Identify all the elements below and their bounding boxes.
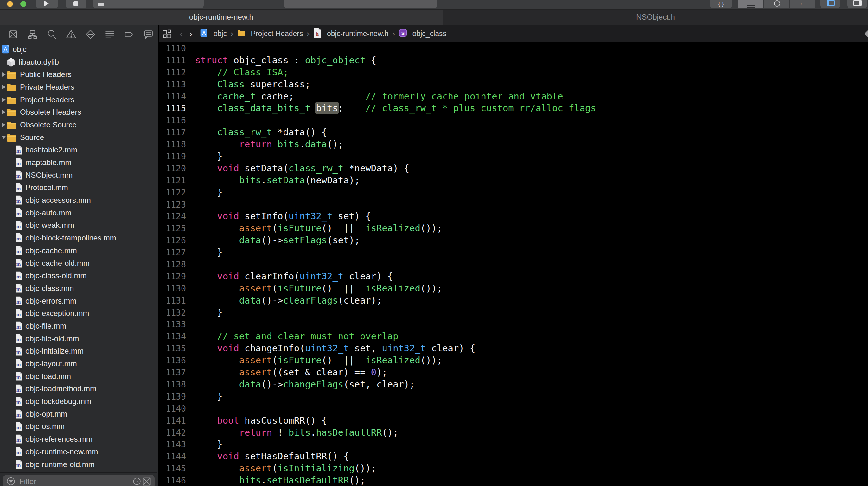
symbol-navigator-icon[interactable]: [27, 29, 38, 40]
minimize-window-button[interactable]: [7, 1, 13, 7]
disclosure-triangle[interactable]: [1, 85, 6, 89]
breadcrumb-item[interactable]: hobjc-runtime-new.h: [313, 28, 389, 40]
disclosure-triangle[interactable]: [1, 123, 6, 127]
sidebar-item[interactable]: mobjc-opt.mm: [0, 408, 158, 420]
editor-mode-version-button[interactable]: ←: [790, 0, 815, 8]
breadcrumb-item[interactable]: Sobjc_class: [399, 29, 446, 39]
debug-navigator-icon[interactable]: [104, 29, 115, 40]
disclosure-triangle[interactable]: [1, 72, 6, 77]
back-button[interactable]: ‹: [179, 29, 183, 40]
run-button[interactable]: [36, 0, 58, 8]
sidebar-item[interactable]: mobjc-accessors.mm: [0, 194, 158, 207]
sidebar-item[interactable]: mobjc-block-trampolines.mm: [0, 232, 158, 244]
breakpoint-navigator-icon[interactable]: [124, 29, 135, 40]
sidebar-item[interactable]: mobjc-os.mm: [0, 420, 158, 433]
tab-objc-runtime-new-h[interactable]: objc-runtime-new.h: [0, 9, 443, 25]
navigator-panel-toggle[interactable]: [820, 0, 840, 8]
clock-icon[interactable]: [132, 477, 142, 486]
code-line: 1126 data()->setFlags(set);: [159, 235, 868, 246]
mm-file-icon: m: [15, 283, 23, 293]
sidebar-item[interactable]: mobjc-loadmethod.mm: [0, 383, 158, 395]
code-line: 1111struct objc_class : objc_object {: [159, 55, 868, 66]
code-editor[interactable]: 11101111struct objc_class : objc_object …: [159, 42, 868, 486]
sidebar-item[interactable]: mobjc-file-old.mm: [0, 332, 158, 345]
sidebar-item[interactable]: mobjc-class.mm: [0, 282, 158, 295]
related-items-icon[interactable]: [162, 29, 172, 39]
breadcrumb-item[interactable]: objc: [200, 29, 227, 39]
code-line-text: }: [186, 151, 223, 162]
boxed-x-icon[interactable]: [142, 477, 151, 486]
line-number: 1121: [159, 175, 186, 187]
sidebar-item[interactable]: Private Headers: [0, 81, 158, 93]
report-navigator-icon[interactable]: [143, 29, 154, 40]
sidebar-item[interactable]: mobjc-lockdebug.mm: [0, 395, 158, 408]
line-number: 1138: [159, 378, 186, 391]
sidebar-item[interactable]: mProtocol.mm: [0, 182, 158, 194]
zoom-window-button[interactable]: [20, 1, 26, 7]
project-navigator-icon[interactable]: [8, 29, 19, 40]
find-navigator-icon[interactable]: [46, 29, 57, 40]
sidebar-item[interactable]: mobjc-layout.mm: [0, 357, 158, 370]
sidebar-item[interactable]: Public Headers: [0, 68, 158, 81]
line-number: 1127: [159, 246, 186, 259]
sidebar-item[interactable]: mhashtable2.mm: [0, 144, 158, 156]
sidebar-item[interactable]: mNSObject.mm: [0, 169, 158, 182]
sidebar-item[interactable]: libauto.dylib: [0, 56, 158, 68]
sidebar-item[interactable]: mobjc-weak.mm: [0, 219, 158, 232]
sidebar-item[interactable]: mobjc-initialize.mm: [0, 345, 158, 358]
test-navigator-icon[interactable]: [85, 29, 96, 40]
code-review-button[interactable]: { }: [710, 0, 732, 8]
activity-status: [284, 0, 437, 8]
sidebar-item[interactable]: Source: [0, 131, 158, 144]
svg-text:m: m: [17, 148, 21, 154]
filter-input[interactable]: [19, 477, 132, 486]
breadcrumb-item[interactable]: Project Headers: [237, 29, 303, 38]
editor-mode-standard-button[interactable]: [738, 0, 764, 8]
code-line-text: data()->clearFlags(clear);: [186, 295, 382, 307]
sidebar-item[interactable]: objc: [0, 43, 158, 56]
sidebar-item[interactable]: mobjc-references.mm: [0, 433, 158, 446]
line-number: 1119: [159, 151, 186, 162]
code-line-text: struct objc_class : objc_object {: [186, 55, 376, 66]
code-line: 1124 void setInfo(uint32_t set) {: [159, 210, 868, 222]
left-panel-icon: [827, 0, 835, 6]
sidebar-item[interactable]: Obsolete Headers: [0, 106, 158, 119]
line-number: 1133: [159, 318, 186, 330]
disclosure-triangle[interactable]: [1, 110, 6, 114]
sidebar-item[interactable]: Project Headers: [0, 93, 158, 106]
svg-text:m: m: [17, 450, 21, 456]
navigator-sidebar: objclibauto.dylibPublic HeadersPrivate H…: [0, 25, 158, 486]
sidebar-item[interactable]: mobjc-exception.mm: [0, 307, 158, 320]
tab-nsobject-h[interactable]: NSObject.h: [443, 9, 868, 25]
sidebar-item[interactable]: mobjc-load.mm: [0, 370, 158, 383]
code-line-text: }: [186, 438, 223, 451]
editor-mode-assistant-button[interactable]: [764, 0, 789, 8]
sidebar-item[interactable]: mobjc-runtime-old.mm: [0, 458, 158, 471]
inspector-panel-toggle[interactable]: [847, 0, 867, 8]
code-line: 1130 assert(isFuture() || isRealized());: [159, 283, 868, 295]
sidebar-item-label: objc-cache-old.mm: [25, 259, 90, 268]
sidebar-item[interactable]: mobjc-file.mm: [0, 320, 158, 332]
sidebar-item[interactable]: mobjc-class-old.mm: [0, 269, 158, 282]
sidebar-item[interactable]: Obsolete Source: [0, 119, 158, 131]
stop-button[interactable]: [66, 0, 87, 8]
folder-icon: [6, 95, 17, 104]
sidebar-item-label: objc-os.mm: [25, 422, 65, 431]
sidebar-item[interactable]: mobjc-runtime-new.mm: [0, 446, 158, 458]
svg-text:m: m: [17, 299, 21, 305]
issue-navigator-icon[interactable]: [66, 29, 77, 40]
disclosure-triangle[interactable]: [1, 135, 6, 139]
scheme-selector[interactable]: [93, 0, 204, 8]
code-line: 1123: [159, 199, 868, 211]
sidebar-item[interactable]: mobjc-cache-old.mm: [0, 257, 158, 270]
disclosure-triangle[interactable]: [1, 98, 6, 102]
line-number: 1116: [159, 114, 186, 126]
sidebar-item[interactable]: mmaptable.mm: [0, 156, 158, 169]
sidebar-item[interactable]: mobjc-auto.mm: [0, 207, 158, 219]
filter-field[interactable]: [3, 475, 155, 486]
sidebar-item[interactable]: mobjc-cache.mm: [0, 244, 158, 257]
tab-title: NSObject.h: [636, 13, 675, 22]
project-file-list: objclibauto.dylibPublic HeadersPrivate H…: [0, 43, 158, 472]
forward-button[interactable]: ›: [189, 29, 193, 40]
sidebar-item[interactable]: mobjc-errors.mm: [0, 295, 158, 307]
